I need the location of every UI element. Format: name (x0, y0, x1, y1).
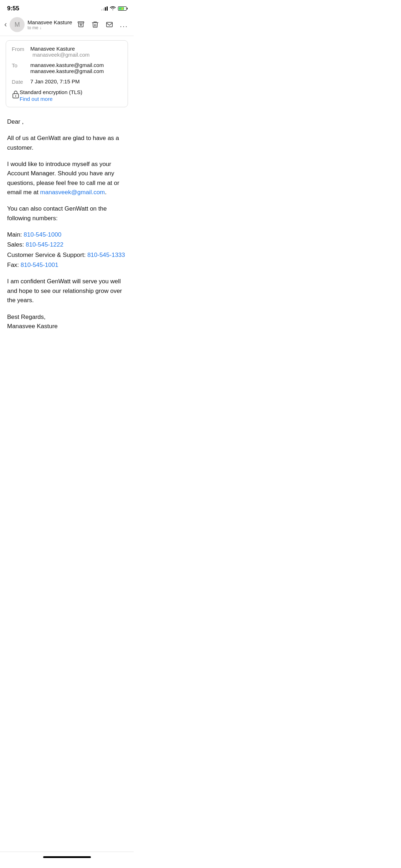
para2: I would like to introduce myself as your… (7, 160, 127, 197)
fax-phone-link[interactable]: 810-545-1001 (21, 262, 58, 268)
para2-end: . (105, 189, 107, 196)
closing-name: Manasvee Kasture (7, 323, 58, 330)
from-row: From Manasvee Kasture manasveek@gmail.co… (12, 46, 122, 58)
contact-numbers: Main: 810-545-1000 Sales: 810-545-1222 C… (7, 230, 127, 270)
encryption-info: Standard encryption (TLS) Find out more (20, 89, 82, 102)
main-phone-link[interactable]: 810-545-1000 (24, 231, 61, 238)
status-bar: 9:55 ⚡ (0, 0, 134, 14)
main-number: Main: 810-545-1000 (7, 230, 127, 239)
date-value: 7 Jan 2020, 7:15 PM (30, 78, 122, 84)
email-body: Dear , All of us at GenWatt are glad to … (0, 112, 134, 352)
find-out-more-link[interactable]: Find out more (20, 96, 82, 102)
sales-label: Sales: (7, 241, 26, 248)
email-link[interactable]: manasveek@gmail.com (40, 189, 105, 196)
email-header: ‹ M Manasvee Kasture to me ↓ ... (0, 14, 134, 36)
to-value: manasvee.kasture@gmail.com manasvee.kast… (30, 62, 122, 74)
to-row: To manasvee.kasture@gmail.com manasvee.k… (12, 62, 122, 74)
closing: Best Regards, Manasvee Kasture (7, 312, 127, 331)
fax-number: Fax: 810-545-1001 (7, 260, 127, 270)
cs-phone-link[interactable]: 810-545-1333 (87, 252, 125, 258)
from-value: Manasvee Kasture manasveek@gmail.com (30, 46, 122, 58)
from-email: manasveek@gmail.com (32, 52, 89, 58)
para3: You can also contact GenWatt on the foll… (7, 204, 127, 223)
closing-text: Best Regards, (7, 314, 46, 320)
to-email2: manasvee.kasture@gmail.com (30, 68, 104, 74)
signal-icon (101, 6, 108, 11)
svg-rect-1 (107, 22, 113, 27)
sales-phone-link[interactable]: 810-545-1222 (26, 241, 63, 248)
main-label: Main: (7, 231, 24, 238)
from-name: Manasvee Kasture (30, 46, 75, 52)
delete-button[interactable] (91, 21, 99, 29)
sales-number: Sales: 810-545-1222 (7, 240, 127, 249)
para1: All of us at GenWatt are glad to have as… (7, 134, 127, 153)
date-row: Date 7 Jan 2020, 7:15 PM (12, 78, 122, 85)
para4: I am confident GenWatt will serve you we… (7, 277, 127, 305)
status-icons: ⚡ (101, 6, 127, 11)
fax-label: Fax: (7, 262, 21, 268)
back-chevron-icon: ‹ (4, 21, 7, 29)
status-time: 9:55 (7, 5, 19, 12)
sender-name: Manasvee Kasture (27, 19, 74, 25)
cs-number: Customer Service & Support: 810-545-1333 (7, 250, 127, 260)
avatar: M (10, 17, 25, 32)
from-label: From (12, 46, 30, 52)
wifi-icon (110, 6, 116, 11)
to-email1: manasvee.kasture@gmail.com (30, 62, 104, 68)
battery-icon: ⚡ (118, 6, 127, 11)
sender-sub: to me ↓ (27, 25, 74, 30)
sender-info: Manasvee Kasture to me ↓ (27, 19, 74, 30)
back-button[interactable]: ‹ (4, 21, 7, 29)
svg-rect-0 (78, 22, 84, 23)
encryption-row: Standard encryption (TLS) Find out more (12, 89, 122, 102)
cs-label: Customer Service & Support: (7, 252, 87, 258)
archive-button[interactable] (77, 21, 85, 29)
greeting: Dear , (7, 117, 127, 126)
to-label: To (12, 62, 30, 68)
more-button[interactable]: ... (120, 21, 128, 29)
header-actions: ... (77, 21, 128, 29)
date-label: Date (12, 78, 30, 85)
lock-icon (12, 90, 20, 100)
email-meta-card: From Manasvee Kasture manasveek@gmail.co… (6, 40, 128, 107)
encryption-label: Standard encryption (TLS) (20, 89, 82, 95)
mail-button[interactable] (106, 21, 113, 29)
